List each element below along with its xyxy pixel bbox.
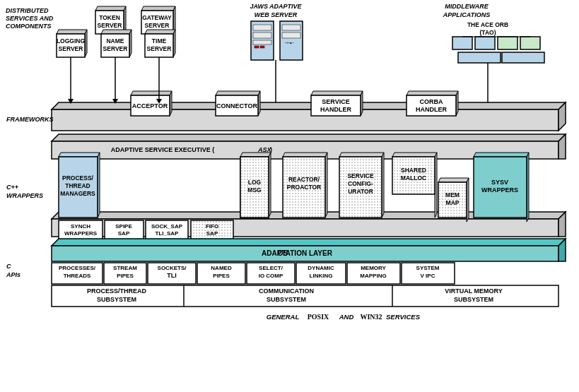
svg-marker-3 <box>95 6 126 11</box>
svg-text:STREAM: STREAM <box>113 265 137 271</box>
svg-text:LOGGING: LOGGING <box>57 37 86 44</box>
svg-rect-143 <box>52 246 558 261</box>
svg-marker-188 <box>68 99 74 104</box>
svg-text:PIPES: PIPES <box>213 273 230 279</box>
svg-text:TOKEN: TOKEN <box>99 14 120 21</box>
svg-text:MSG: MSG <box>247 186 262 194</box>
svg-marker-79 <box>52 134 566 141</box>
svg-text:VIRTUAL MEMORY: VIRTUAL MEMORY <box>445 287 503 295</box>
svg-text:MEMORY: MEMORY <box>361 265 386 271</box>
svg-marker-14 <box>85 30 87 57</box>
svg-text:SERVICE: SERVICE <box>322 98 349 105</box>
svg-text:DYNAMIC: DYNAMIC <box>308 265 334 271</box>
svg-marker-192 <box>156 99 162 104</box>
svg-text:TIME: TIME <box>152 37 167 44</box>
svg-text:ACCEPTOR: ACCEPTOR <box>132 102 168 109</box>
svg-text:MANAGERS: MANAGERS <box>60 190 95 197</box>
svg-rect-133 <box>105 220 144 240</box>
svg-text:SUBSYSTEM: SUBSYSTEM <box>97 296 136 303</box>
svg-text:SELECT/: SELECT/ <box>259 265 283 271</box>
svg-rect-10 <box>141 11 173 34</box>
svg-text:AND: AND <box>339 313 354 321</box>
svg-text:APPLICATIONS: APPLICATIONS <box>443 11 490 18</box>
svg-marker-190 <box>112 99 118 104</box>
svg-text:SYSV: SYSV <box>491 179 508 186</box>
svg-rect-47 <box>475 37 495 49</box>
svg-marker-19 <box>129 30 131 57</box>
svg-text:GATEWAY: GATEWAY <box>142 14 172 21</box>
svg-marker-104 <box>283 153 327 157</box>
svg-marker-126 <box>527 153 529 222</box>
svg-text:SHARED: SHARED <box>401 167 426 174</box>
svg-rect-127 <box>474 157 527 218</box>
svg-marker-142 <box>52 239 566 246</box>
svg-text:POSIX: POSIX <box>308 313 329 321</box>
svg-text:NAMED: NAMED <box>211 265 232 271</box>
svg-text:THREADS: THREADS <box>64 273 91 279</box>
svg-rect-149 <box>52 263 103 284</box>
svg-text:CORBA: CORBA <box>420 98 443 105</box>
svg-text:URATOR: URATOR <box>348 188 373 195</box>
svg-text:LOG: LOG <box>248 179 262 186</box>
svg-text:SUBSYSTEM: SUBSYSTEM <box>454 296 493 303</box>
svg-marker-115 <box>392 153 437 157</box>
svg-marker-81 <box>558 134 566 159</box>
svg-rect-49 <box>520 37 540 49</box>
svg-marker-144 <box>558 239 566 261</box>
svg-text:PIPES: PIPES <box>117 273 134 279</box>
svg-rect-122 <box>438 182 467 218</box>
svg-text:SERVER: SERVER <box>145 22 170 29</box>
svg-text:MAPPING: MAPPING <box>360 273 386 279</box>
svg-rect-46 <box>452 37 472 49</box>
svg-text:CONNECTOR: CONNECTOR <box>216 102 257 109</box>
svg-rect-48 <box>498 37 517 49</box>
svg-rect-170 <box>402 263 455 284</box>
svg-text:FIFO: FIFO <box>206 223 218 230</box>
svg-text:SAP: SAP <box>118 230 130 237</box>
svg-rect-5 <box>95 11 124 34</box>
svg-marker-8 <box>141 6 175 11</box>
svg-rect-139 <box>191 220 233 240</box>
svg-text:PROACTOR: PROACTOR <box>287 184 322 191</box>
svg-text:PROCESS/: PROCESS/ <box>62 174 94 182</box>
svg-marker-56 <box>485 117 491 121</box>
svg-rect-25 <box>145 34 173 57</box>
svg-text:SAP: SAP <box>206 230 218 237</box>
svg-marker-62 <box>170 91 172 116</box>
svg-rect-155 <box>148 263 196 284</box>
svg-marker-70 <box>361 91 363 116</box>
svg-text:SERVER: SERVER <box>103 45 128 52</box>
svg-marker-105 <box>325 153 327 218</box>
svg-rect-173 <box>52 285 558 307</box>
svg-text:CONFIG-: CONFIG- <box>348 180 373 187</box>
svg-rect-67 <box>216 95 258 116</box>
svg-text:MAP: MAP <box>446 199 460 206</box>
svg-text:SERVICES: SERVICES <box>386 313 421 321</box>
svg-rect-32 <box>253 32 271 38</box>
svg-text:COMPONENTS: COMPONENTS <box>6 23 52 30</box>
svg-rect-161 <box>247 263 295 284</box>
svg-rect-111 <box>339 157 382 218</box>
svg-rect-117 <box>392 157 435 194</box>
svg-rect-98 <box>240 157 269 218</box>
svg-text:DISTRIBUTED: DISTRIBUTED <box>6 7 49 14</box>
svg-text:ADAPTATION LAYER: ADAPTATION LAYER <box>262 249 333 257</box>
svg-rect-86 <box>52 219 558 237</box>
svg-text:ADAPTIVE SERVICE EXECUTIVE (: ADAPTIVE SERVICE EXECUTIVE ( <box>111 146 214 153</box>
svg-marker-65 <box>216 91 260 95</box>
svg-marker-74 <box>407 91 458 95</box>
svg-marker-18 <box>101 30 131 34</box>
svg-rect-106 <box>283 157 325 218</box>
svg-text:SERVICE: SERVICE <box>347 172 373 179</box>
svg-text:PROCESSES/: PROCESSES/ <box>59 265 96 271</box>
svg-text:WRAPPERS: WRAPPERS <box>6 192 43 199</box>
svg-text:MALLOC: MALLOC <box>401 174 426 182</box>
svg-text:COMMUNICATION: COMMUNICATION <box>259 287 314 295</box>
svg-text:NAME: NAME <box>106 37 124 44</box>
svg-text:SOCKETS/: SOCKETS/ <box>158 265 187 271</box>
svg-text:SYSTEM: SYSTEM <box>416 265 440 271</box>
svg-rect-35 <box>260 46 264 48</box>
svg-text:LINKING: LINKING <box>310 273 333 279</box>
svg-rect-53 <box>458 52 501 63</box>
svg-rect-15 <box>57 34 85 57</box>
